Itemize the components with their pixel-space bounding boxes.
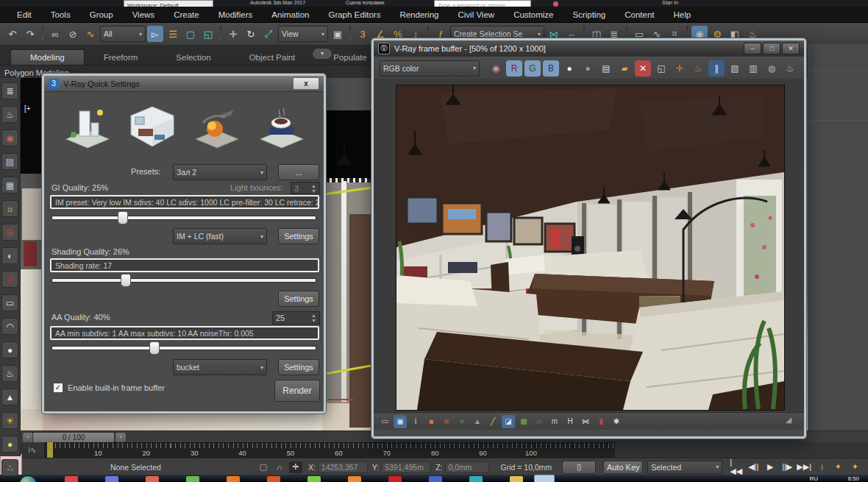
menu-item[interactable]: Tools (41, 10, 80, 19)
menu-item[interactable]: Edit (7, 10, 41, 19)
language-indicator[interactable]: RU (809, 475, 818, 482)
save-image-icon[interactable]: ▤ (598, 60, 614, 77)
app-6-icon[interactable] (267, 476, 280, 482)
vfb-channel-dropdown[interactable]: RGB color▾ (380, 60, 480, 77)
rgb-bars-icon[interactable]: ▮ (594, 415, 608, 428)
vray-ies-light-icon[interactable]: ▲ (1, 389, 18, 405)
shading-settings-button[interactable]: Settings (278, 291, 319, 307)
vray-plane-light-icon[interactable]: ▭ (1, 294, 18, 311)
white-balance-icon[interactable]: ◪ (502, 415, 515, 428)
previous-frame-icon[interactable]: ◀|| (747, 461, 760, 473)
exposure-icon[interactable]: ⋈ (579, 415, 592, 428)
clear-image-icon[interactable]: ✕ (635, 60, 651, 77)
bind-to-space-warp-icon[interactable]: ∿ (82, 26, 99, 42)
render-button[interactable]: Render (274, 380, 320, 402)
vfb-title-bar[interactable]: Ⓥ V-Ray frame buffer - [50% of 1200 x 10… (374, 40, 804, 57)
select-by-name-icon[interactable]: ☰ (165, 26, 181, 42)
stamp-icon[interactable]: ◍ (764, 60, 780, 77)
start-button[interactable] (19, 475, 37, 482)
vray-camera-icon[interactable]: ✇ (1, 224, 18, 241)
redo-icon[interactable]: ↷ (22, 26, 38, 42)
red-channel-icon[interactable]: R (506, 60, 522, 77)
sampler-settings-button[interactable]: Settings (278, 359, 319, 375)
use-pivot-point-center-icon[interactable]: ▣ (330, 26, 346, 42)
next-frame-button[interactable]: › (115, 432, 127, 443)
monitor-icon[interactable]: ▭ (378, 415, 391, 428)
vray-material-icon[interactable]: ◉ (1, 130, 18, 146)
menu-item[interactable]: Graph Editors (319, 10, 390, 19)
monochromatic-channel-icon[interactable]: ● (561, 60, 577, 77)
vfb-maximize-button[interactable]: □ (763, 43, 780, 54)
go-to-end-icon[interactable]: ▶▶| (797, 461, 811, 473)
studio-preset-icon[interactable] (257, 102, 306, 151)
color-corrections-icon[interactable]: ≋ (440, 415, 453, 428)
menu-item[interactable]: Group (80, 10, 123, 19)
select-and-move-icon[interactable]: ✛ (225, 26, 241, 42)
gi-quality-slider[interactable] (51, 211, 316, 223)
x-coordinate-field[interactable]: 14253,357 (318, 461, 368, 473)
vray-sphere-icon[interactable]: ◐ (1, 247, 18, 264)
levels-icon[interactable]: ≈ (455, 415, 469, 428)
vray-mesh-light-icon[interactable]: ♨ (1, 365, 18, 382)
ribbon-overflow-button[interactable]: ▾ (313, 49, 332, 59)
vray-stereo-camera-icon[interactable]: ✇ (1, 271, 18, 288)
menu-item[interactable]: Content (615, 10, 664, 19)
compare-vertical-icon[interactable]: ▥ (745, 60, 761, 77)
curve-icon[interactable]: ╱ (486, 415, 499, 428)
vray-teapot-icon[interactable]: ♨ (1, 106, 18, 123)
dialog-close-button[interactable]: x (293, 77, 319, 90)
menu-item[interactable]: Rendering (390, 10, 448, 19)
green-channel-icon[interactable]: G (524, 60, 541, 77)
go-to-start-icon[interactable]: |◀◀ (730, 461, 743, 473)
srgb-icon[interactable]: H (563, 415, 577, 428)
vray-lightmeter-icon[interactable]: ☼ (1, 200, 18, 217)
histogram-icon[interactable]: ▲ (471, 415, 484, 428)
select-object-icon[interactable]: ▻ (147, 26, 163, 42)
pixel-info-icon[interactable]: ▣ (394, 415, 407, 428)
color-swatch-icon[interactable]: ■ (424, 415, 438, 428)
blue-channel-icon[interactable]: B (543, 60, 559, 77)
time-cursor[interactable] (47, 442, 53, 458)
interactive-rendering-icon[interactable]: ∥ (708, 60, 725, 77)
menu-item[interactable]: Scripting (563, 10, 615, 19)
ribbon-tab[interactable]: Selection (157, 50, 230, 65)
isolate-selection-icon[interactable]: ▢ (257, 461, 270, 473)
track-bar[interactable]: 0102030405060708090100 (44, 442, 615, 458)
app-9-icon[interactable] (388, 476, 402, 482)
alpha-channel-icon[interactable]: ● (580, 60, 596, 77)
set-key-mode-dropdown[interactable]: Selected▾ (647, 461, 722, 474)
selection-lock-icon[interactable]: ∩ (273, 461, 286, 473)
ribbon-tab[interactable]: Freeform (85, 50, 157, 65)
presets-dropdown[interactable]: Зал 2▾ (173, 164, 267, 180)
z-coordinate-field[interactable]: 0,0mm (445, 461, 489, 473)
window-crossing-icon[interactable]: ◱ (200, 26, 216, 42)
dialog-title-bar[interactable]: 3 V-Ray Quick Settings x (44, 76, 324, 92)
taskbar-3dsmax-active[interactable] (534, 475, 555, 482)
sampler-dropdown[interactable]: bucket▾ (173, 359, 267, 375)
menu-item[interactable]: Customize (504, 10, 563, 19)
time-slider[interactable]: 0 / 100 (32, 432, 115, 443)
vray-dome-light-icon[interactable]: ◠ (1, 318, 18, 335)
compare-horizontal-icon[interactable]: ▧ (727, 60, 743, 77)
vray-scatter-icon[interactable]: ∴ (1, 459, 18, 476)
key-mode-toggle-icon[interactable]: ∙I (814, 461, 828, 473)
app-folder-icon[interactable] (510, 476, 523, 482)
app-3-icon[interactable] (146, 476, 159, 482)
menu-item[interactable]: Create (164, 10, 209, 19)
modeling-stack-icon[interactable]: ≣ (1, 82, 18, 99)
render-last-icon[interactable]: ♨ (782, 60, 798, 77)
transform-gizmo-icon[interactable]: ✛ (289, 461, 302, 473)
aa-spinner[interactable]: 25▲▼ (272, 311, 320, 325)
gi-engine-dropdown[interactable]: IM + LC (fast)▾ (173, 228, 267, 244)
vray-list-icon[interactable]: ▤ (1, 153, 18, 170)
menu-item[interactable]: Modifiers (209, 10, 263, 19)
vfx-preset-icon[interactable] (193, 102, 241, 151)
selection-filter-dropdown[interactable]: All▾ (100, 26, 146, 42)
lut-icon[interactable]: ▩ (517, 415, 530, 428)
light-bounces-spinner[interactable]: 3▲▼ (291, 182, 320, 194)
vray-ambient-light-icon[interactable]: ● (1, 436, 18, 453)
app-10-icon[interactable] (429, 476, 442, 482)
aa-quality-slider[interactable] (51, 341, 316, 353)
track-mouse-while-rendering-icon[interactable]: ✛ (672, 60, 688, 77)
vray-sun-icon[interactable]: ☀ (1, 412, 18, 429)
